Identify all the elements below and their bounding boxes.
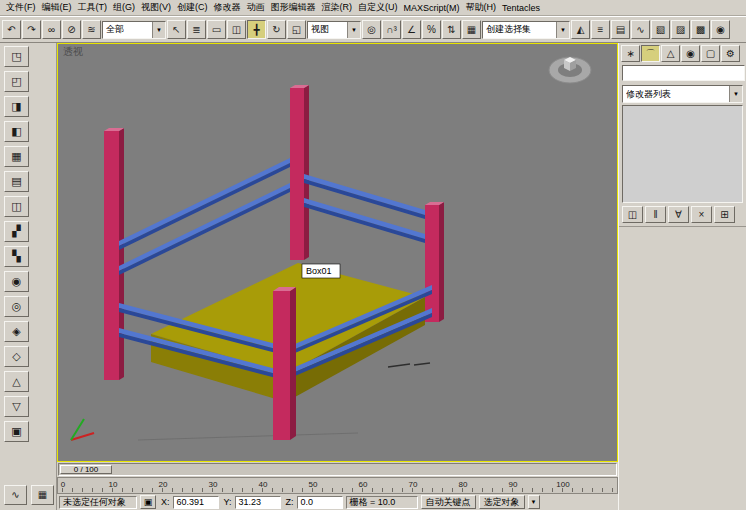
left-tool-icon-06[interactable]: ▤: [4, 171, 29, 192]
curve-editor-icon[interactable]: ∿: [631, 20, 650, 39]
rectangular-selection-region-icon[interactable]: ▭: [207, 20, 226, 39]
menu-customize[interactable]: 自定义(U): [355, 0, 401, 15]
left-tool-icon-01[interactable]: ◳: [4, 46, 29, 67]
x-label: X:: [161, 497, 170, 507]
prompt-text: 未选定任何对象: [63, 497, 133, 508]
remove-modifier-button[interactable]: ×: [691, 206, 712, 223]
viewport-label[interactable]: 透视: [63, 45, 83, 59]
select-by-name-icon[interactable]: ≣: [187, 20, 206, 39]
tab-utilities[interactable]: ⚙: [721, 45, 740, 62]
perspective-viewport[interactable]: 透视: [57, 43, 618, 462]
unlink-selection-icon[interactable]: ⊘: [62, 20, 81, 39]
left-tool-icon-05[interactable]: ▦: [4, 146, 29, 167]
left-tool-icon-12[interactable]: ◈: [4, 321, 29, 342]
corner-post-back-left[interactable]: [104, 128, 124, 380]
window-crossing-toggle-icon[interactable]: ◫: [227, 20, 246, 39]
bind-to-space-warp-icon[interactable]: ≋: [82, 20, 101, 39]
left-tool-icon-02[interactable]: ◰: [4, 71, 29, 92]
undo-icon[interactable]: ↶: [2, 20, 21, 39]
menu-help[interactable]: 帮助(H): [463, 0, 500, 15]
select-and-rotate-icon[interactable]: ↻: [267, 20, 286, 39]
corner-post-front[interactable]: [273, 287, 296, 440]
time-slider-track[interactable]: 0 / 100: [58, 463, 617, 476]
auto-key-button[interactable]: 自动关键点: [421, 495, 476, 509]
track-bar[interactable]: 0102030405060708090100: [57, 477, 618, 494]
pin-stack-button[interactable]: ◫: [622, 206, 643, 223]
left-tool-icon-10[interactable]: ◉: [4, 271, 29, 292]
y-coordinate-field[interactable]: 31.23: [235, 496, 281, 509]
scene-canvas[interactable]: Box01: [58, 44, 617, 461]
rails-back-right[interactable]: [304, 174, 425, 243]
schematic-view-icon[interactable]: ▧: [651, 20, 670, 39]
tab-display[interactable]: ▢: [701, 45, 720, 62]
left-tool-icon-13[interactable]: ◇: [4, 346, 29, 367]
tab-hierarchy[interactable]: △: [661, 45, 680, 62]
select-and-uniform-scale-icon[interactable]: ◱: [287, 20, 306, 39]
left-tool-icon-11[interactable]: ◎: [4, 296, 29, 317]
time-tag-button[interactable]: ▦: [31, 485, 54, 505]
menu-views[interactable]: 视图(V): [138, 0, 174, 15]
percent-snap-toggle-icon[interactable]: %: [422, 20, 441, 39]
tab-modify[interactable]: ⌒: [641, 45, 660, 62]
x-coordinate-field[interactable]: 60.391: [173, 496, 219, 509]
left-tool-icon-15[interactable]: ▽: [4, 396, 29, 417]
configure-modifier-sets-button[interactable]: ⊞: [714, 206, 735, 223]
named-selection-set-dropdown[interactable]: 创建选择集 ▼: [482, 21, 570, 39]
left-tool-icon-07[interactable]: ◫: [4, 196, 29, 217]
left-tool-icon-08[interactable]: ▞: [4, 221, 29, 242]
left-tool-icon-16[interactable]: ▣: [4, 421, 29, 442]
chevron-down-icon[interactable]: ▼: [528, 495, 540, 509]
menu-file[interactable]: 文件(F): [3, 0, 39, 15]
left-tool-icon-04[interactable]: ◧: [4, 121, 29, 142]
rails-back-left[interactable]: [119, 158, 290, 275]
left-tool-icon-03[interactable]: ◨: [4, 96, 29, 117]
left-tool-icon-14[interactable]: △: [4, 371, 29, 392]
object-name-field[interactable]: [622, 65, 745, 81]
corner-post-right[interactable]: [425, 202, 444, 322]
menu-graph-editors[interactable]: 图形编辑器: [268, 0, 319, 15]
menu-modifiers[interactable]: 修改器: [211, 0, 244, 15]
menu-tools[interactable]: 工具(T): [75, 0, 111, 15]
selection-filter-dropdown[interactable]: 全部 ▼: [102, 21, 166, 39]
key-filter-selected-button[interactable]: 选定对象: [479, 495, 525, 509]
edit-named-selection-sets-icon[interactable]: ▦: [462, 20, 481, 39]
mirror-icon[interactable]: ◭: [571, 20, 590, 39]
select-and-link-icon[interactable]: ∞: [42, 20, 61, 39]
snap-toggle-3d-icon[interactable]: ∩³: [382, 20, 401, 39]
chevron-down-icon[interactable]: ▼: [347, 22, 360, 38]
modifier-stack-list[interactable]: [622, 105, 743, 203]
menu-maxscript[interactable]: MAXScript(M): [401, 2, 463, 14]
lock-selection-button[interactable]: ▣: [140, 495, 156, 509]
material-editor-icon[interactable]: ▨: [671, 20, 690, 39]
tab-create[interactable]: ∗: [621, 45, 640, 62]
spinner-snap-toggle-icon[interactable]: ⇅: [442, 20, 461, 39]
modifier-list-dropdown[interactable]: 修改器列表 ▼: [622, 85, 743, 103]
left-tool-icon-09[interactable]: ▚: [4, 246, 29, 267]
menu-rendering[interactable]: 渲染(R): [319, 0, 356, 15]
menu-group[interactable]: 组(G): [110, 0, 138, 15]
z-coordinate-field[interactable]: 0.0: [297, 496, 343, 509]
redo-icon[interactable]: ↷: [22, 20, 41, 39]
tab-motion[interactable]: ◉: [681, 45, 700, 62]
menu-create[interactable]: 创建(C): [174, 0, 211, 15]
chevron-down-icon[interactable]: ▼: [556, 22, 569, 38]
corner-post-back[interactable]: [290, 85, 309, 260]
reference-coordsys-dropdown[interactable]: 视图 ▼: [307, 21, 361, 39]
time-slider-button[interactable]: 0 / 100: [60, 465, 112, 474]
quick-render-icon[interactable]: ◉: [711, 20, 730, 39]
chevron-down-icon[interactable]: ▼: [152, 22, 165, 38]
align-icon[interactable]: ≡: [591, 20, 610, 39]
menu-animation[interactable]: 动画: [244, 0, 268, 15]
layer-manager-icon[interactable]: ▤: [611, 20, 630, 39]
mini-curve-editor-button[interactable]: ∿: [4, 485, 27, 505]
show-end-result-button[interactable]: ‖: [645, 206, 666, 223]
render-setup-icon[interactable]: ▩: [691, 20, 710, 39]
select-object-icon[interactable]: ↖: [167, 20, 186, 39]
menu-tentacles[interactable]: Tentacles: [499, 2, 543, 14]
chevron-down-icon[interactable]: ▼: [729, 86, 742, 102]
make-unique-button[interactable]: ∀: [668, 206, 689, 223]
select-and-move-icon[interactable]: ╋: [247, 20, 266, 39]
menu-edit[interactable]: 编辑(E): [39, 0, 75, 15]
angle-snap-toggle-icon[interactable]: ∠: [402, 20, 421, 39]
use-pivot-point-center-icon[interactable]: ◎: [362, 20, 381, 39]
